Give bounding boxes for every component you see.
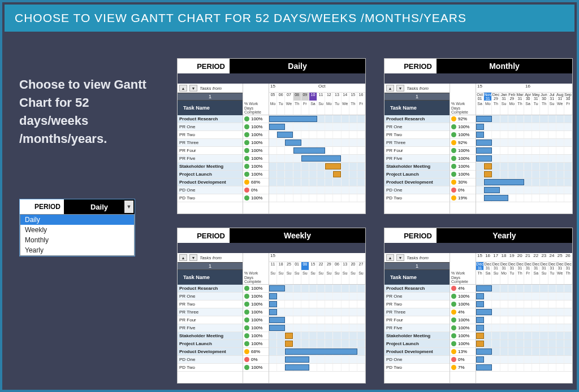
gantt-bar — [484, 163, 492, 169]
gantt-row — [476, 364, 572, 372]
percent-complete: 100% — [450, 171, 476, 178]
percent-complete: 4% — [450, 285, 476, 293]
percent-complete: 100% — [450, 300, 476, 308]
percent-complete: 92% — [450, 115, 476, 123]
gantt-row — [476, 115, 572, 123]
period-label: PERIOD — [178, 228, 230, 243]
task-name-cell: Stakeholder Meeting — [384, 163, 450, 171]
gantt-row — [269, 332, 365, 340]
percent-complete: 100% — [243, 171, 269, 178]
period-option-daily[interactable]: Daily — [20, 215, 134, 225]
period-selected-value[interactable]: Daily ▼ — [64, 199, 135, 214]
percent-complete: 100% — [243, 340, 269, 348]
task-name-cell: Product Development — [384, 348, 450, 356]
dropdown-arrow-icon[interactable]: ▼ — [124, 201, 133, 213]
gantt-row — [476, 155, 572, 163]
task-name-cell: Project Launch — [384, 340, 450, 348]
percent-complete: 13% — [450, 348, 476, 356]
task-name-cell: PD Two — [384, 194, 450, 202]
task-name-cell: PD Two — [178, 364, 243, 372]
percent-complete: 100% — [450, 147, 476, 155]
status-dot-icon — [244, 325, 249, 330]
gantt-row — [269, 316, 365, 324]
period-option-yearly[interactable]: Yearly — [20, 245, 134, 255]
period-options-list[interactable]: DailyWeeklyMonthlyYearly — [20, 214, 135, 256]
sort-up-icon[interactable]: ▲ — [386, 254, 394, 261]
task-name-cell: Project Launch — [178, 171, 243, 178]
task-name-cell: PR One — [178, 293, 243, 300]
gantt-bar — [325, 163, 341, 169]
status-dot-icon — [244, 124, 249, 129]
gantt-row — [269, 194, 365, 202]
sort-down-icon[interactable]: ▼ — [396, 254, 404, 261]
status-dot-icon — [451, 188, 456, 193]
status-dot-icon — [451, 180, 456, 185]
gantt-bar — [269, 124, 285, 130]
gantt-row — [269, 171, 365, 178]
gantt-bar — [484, 179, 524, 185]
task-name-cell: PR Three — [384, 139, 450, 147]
sort-down-icon[interactable]: ▼ — [189, 85, 197, 92]
task-name-cell: Stakeholder Meeting — [384, 332, 450, 340]
status-dot-icon — [244, 365, 249, 370]
task-name-cell: Product Development — [178, 348, 243, 356]
gantt-panel-monthly: PERIOD Monthly ▲ ▼ Tasks from 1 Task Nam… — [384, 59, 572, 214]
gantt-bar — [476, 349, 492, 355]
period-option-weekly[interactable]: Weekly — [20, 225, 134, 235]
percent-complete: 19% — [450, 194, 476, 202]
time-header-dow: SaMoThSuMoThSaTuThSuWeFr — [476, 101, 572, 115]
task-name-cell: PD One — [178, 186, 243, 194]
status-dot-icon — [451, 341, 456, 346]
sort-up-icon[interactable]: ▲ — [179, 85, 187, 92]
gantt-panel-weekly: PERIOD Weekly ▲ ▼ Tasks from 1 Task Name… — [178, 228, 365, 383]
period-dropdown[interactable]: PERIOD Daily ▼ DailyWeeklyMonthlyYearly — [19, 199, 135, 256]
gantt-bar — [269, 285, 285, 291]
row-number: 1 — [178, 93, 243, 101]
sort-down-icon[interactable]: ▼ — [189, 254, 197, 261]
period-value: Daily — [230, 59, 365, 73]
gantt-row — [269, 293, 365, 300]
time-header-dow: ThSaSuMoTuThFrSaSuTuWeTh — [476, 270, 572, 285]
gantt-row — [269, 308, 365, 316]
status-dot-icon — [451, 140, 456, 145]
percent-complete: 7% — [450, 364, 476, 372]
percent-complete: 100% — [243, 293, 269, 300]
percent-complete: 100% — [450, 332, 476, 340]
row-number: 1 — [178, 262, 243, 270]
status-dot-icon — [451, 148, 456, 153]
gantt-bar — [476, 285, 492, 291]
time-header-dates: 111825010815222906132027 — [269, 262, 365, 270]
gantt-row — [476, 194, 572, 202]
period-label: PERIOD — [384, 228, 437, 243]
task-name-cell: PR Two — [384, 300, 450, 308]
task-name-cell: Project Launch — [178, 340, 243, 348]
gantt-bar — [476, 132, 484, 138]
status-dot-icon — [244, 341, 249, 346]
task-name-cell: PD One — [178, 356, 243, 364]
percent-complete: 92% — [450, 139, 476, 147]
gantt-row — [269, 115, 365, 123]
period-option-monthly[interactable]: Monthly — [20, 235, 134, 245]
percent-complete: 4% — [450, 308, 476, 316]
gantt-row — [476, 147, 572, 155]
sort-down-icon[interactable]: ▼ — [396, 85, 404, 92]
page-title-banner: CHOOSE TO VIEW GANTT CHART FOR 52 DAYS/W… — [5, 5, 574, 32]
percent-complete: 100% — [450, 163, 476, 171]
work-days-header: % Work Days Complete — [243, 270, 269, 285]
status-dot-icon — [451, 294, 456, 299]
gantt-bar — [484, 195, 508, 201]
sort-up-icon[interactable]: ▲ — [386, 85, 394, 92]
gantt-bar — [301, 155, 342, 162]
gantt-bar — [269, 293, 277, 299]
gantt-bar — [285, 356, 309, 363]
time-header-dow: SuSuSuSuSuSuSuSuSuSuSuSu — [269, 270, 365, 285]
status-dot-icon — [451, 132, 456, 137]
description-text: Choose to view Gantt Chart for 52 days/w… — [19, 76, 161, 148]
gantt-row — [476, 123, 572, 131]
task-name-cell: PR Three — [178, 139, 243, 147]
gantt-bar — [269, 301, 277, 307]
percent-complete: 100% — [450, 340, 476, 348]
task-name-cell: PR One — [178, 123, 243, 131]
sort-up-icon[interactable]: ▲ — [179, 254, 187, 261]
gantt-row — [476, 340, 572, 348]
